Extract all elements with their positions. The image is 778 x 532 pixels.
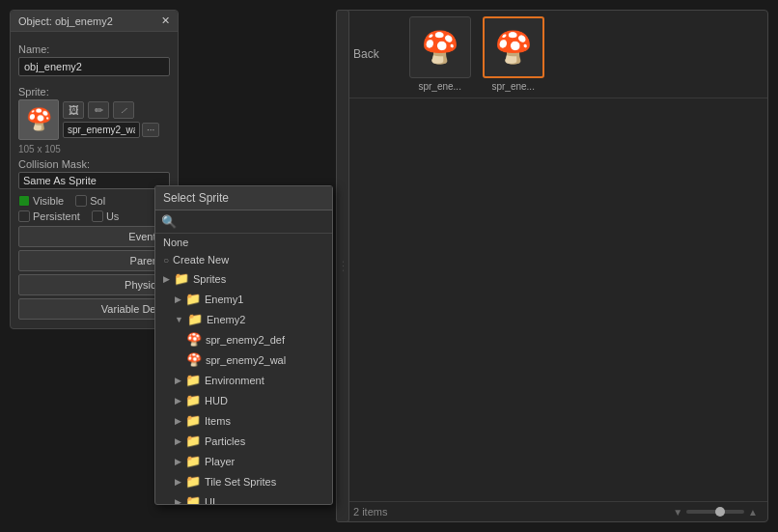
tree-folder-hud[interactable]: ▶ 📁 HUD <box>155 390 332 410</box>
sprites-label: Sprites <box>193 273 226 285</box>
tree-folder-player[interactable]: ▶ 📁 Player <box>155 451 332 471</box>
environment-label: Environment <box>205 375 264 386</box>
create-new-icon: ○ <box>163 255 169 266</box>
panel-divider[interactable]: · · · <box>336 10 349 522</box>
panel-title: Object: obj_enemy2 <box>18 15 113 27</box>
arrow-icon: ▶ <box>175 477 181 487</box>
spr-enemy2-def-label: spr_enemy2_def <box>206 334 285 346</box>
back-button[interactable]: Back <box>353 47 379 61</box>
sprite-icon: 🍄 <box>186 352 202 367</box>
search-bar: 🔍 <box>155 210 332 234</box>
tree-item-none[interactable]: None <box>155 234 332 251</box>
collision-dropdown[interactable]: Same As Sprite <box>18 172 170 189</box>
used-checkbox-item: Us <box>92 210 119 222</box>
name-input[interactable] <box>18 57 170 76</box>
tree-folder-environment[interactable]: ▶ 📁 Environment <box>155 370 332 390</box>
player-label: Player <box>205 456 235 467</box>
browser-sprite-2[interactable]: 🍄 spr_ene... <box>480 16 547 92</box>
item-count: 2 items <box>353 506 387 518</box>
zoom-thumb <box>715 507 725 517</box>
enemy1-label: Enemy1 <box>205 294 243 305</box>
folder-icon: 📁 <box>185 454 201 468</box>
solid-checkbox-item: Sol <box>75 195 105 207</box>
arrow-icon: ▶ <box>175 436 181 446</box>
visible-label: Visible <box>33 195 64 207</box>
sprite-label: Sprite: <box>18 86 170 98</box>
folder-icon: 📁 <box>185 474 201 489</box>
browser-sprite-1[interactable]: 🍄 spr_ene... <box>406 16 474 92</box>
none-label: None <box>163 237 188 248</box>
folder-icon: 📁 <box>187 312 203 326</box>
folder-icon: 📁 <box>185 292 201 306</box>
used-label: Us <box>106 210 119 222</box>
browser-content <box>344 98 767 501</box>
zoom-up-icon[interactable]: ▲ <box>748 507 758 518</box>
tree-folder-enemy1[interactable]: ▶ 📁 Enemy1 <box>155 289 332 309</box>
arrow-icon: ▶ <box>175 294 181 304</box>
solid-label: Sol <box>90 195 105 207</box>
sprite-tree: None ○ Create New ▶ 📁 Sprites ▶ 📁 Enemy1… <box>155 234 332 504</box>
tree-item-spr-enemy2-def[interactable]: 🍄 spr_enemy2_def <box>155 329 332 350</box>
sprite-icons: 🖼 ✏ ⟋ <box>63 101 159 119</box>
persistent-label: Persistent <box>33 210 80 222</box>
panel-body: Name: Sprite: 🍄 🖼 ✏ ⟋ ··· 105 x 105 Coll… <box>11 32 178 328</box>
sprite-edit-button[interactable]: ✏ <box>88 101 109 119</box>
arrow-icon: ▶ <box>163 274 170 284</box>
sprite-name-input[interactable] <box>63 122 140 138</box>
close-button[interactable]: ✕ <box>161 14 170 27</box>
tree-item-create-new[interactable]: ○ Create New <box>155 251 332 268</box>
folder-icon: 📁 <box>185 413 201 428</box>
tree-folder-ui[interactable]: ▶ 📁 UI <box>155 491 332 504</box>
visible-row: Visible Sol <box>18 195 170 207</box>
arrow-icon: ▶ <box>175 416 181 426</box>
divider-handle: · · · <box>339 261 347 271</box>
events-button[interactable]: Events <box>18 226 170 247</box>
tree-folder-items[interactable]: ▶ 📁 Items <box>155 410 332 431</box>
persistent-row: Persistent Us <box>18 210 170 222</box>
solid-checkbox[interactable] <box>75 195 87 207</box>
tileset-label: Tile Set Sprites <box>205 476 276 488</box>
sprite-thumbnail: 🍄 <box>18 99 59 140</box>
folder-icon: 📁 <box>185 494 201 504</box>
persistent-checkbox-item: Persistent <box>18 210 80 222</box>
visible-checkbox-item: Visible <box>18 195 64 207</box>
variable-def-button[interactable]: Variable Defi <box>18 298 170 320</box>
zoom-controls: ▼ ▲ <box>673 507 758 518</box>
sprite-pencil-button[interactable]: ⟋ <box>113 101 134 119</box>
items-label: Items <box>205 415 231 427</box>
sprite-controls: 🖼 ✏ ⟋ ··· <box>63 101 159 138</box>
object-panel: Object: obj_enemy2 ✕ Name: Sprite: 🍄 🖼 ✏… <box>10 10 179 329</box>
spr-enemy2-wal-label: spr_enemy2_wal <box>206 354 286 366</box>
sprite-browser: Back 🍄 spr_ene... 🍄 spr_ene... 2 items ▼… <box>343 10 768 522</box>
physics-button[interactable]: Physics <box>18 274 170 295</box>
sprite-icon: 🍄 <box>186 332 202 347</box>
sprite-dots-button[interactable]: ··· <box>142 123 159 137</box>
used-checkbox[interactable] <box>92 210 103 222</box>
create-new-label: Create New <box>173 254 229 266</box>
folder-icon: 📁 <box>185 373 201 387</box>
persistent-checkbox[interactable] <box>18 210 30 222</box>
search-input[interactable] <box>181 215 326 229</box>
zoom-slider[interactable] <box>686 510 744 514</box>
tree-folder-particles[interactable]: ▶ 📁 Particles <box>155 431 332 451</box>
ui-label: UI <box>205 496 215 505</box>
search-icon: 🔍 <box>161 214 177 229</box>
browser-footer: 2 items ▼ ▲ <box>344 501 767 521</box>
enemy2-label: Enemy2 <box>207 314 245 325</box>
visible-checkbox[interactable] <box>18 195 30 207</box>
tree-item-spr-enemy2-wal[interactable]: 🍄 spr_enemy2_wal <box>155 350 332 370</box>
particles-label: Particles <box>205 435 245 447</box>
sprite-row: 🍄 🖼 ✏ ⟋ ··· <box>18 99 170 140</box>
sprite-image-box-1: 🍄 <box>409 16 471 78</box>
parent-button[interactable]: Parent <box>18 250 170 271</box>
folder-icon: 📁 <box>185 393 201 407</box>
arrow-icon: ▶ <box>175 457 181 466</box>
tree-folder-tileset[interactable]: ▶ 📁 Tile Set Sprites <box>155 471 332 491</box>
sprite-image-box-2: 🍄 <box>483 16 544 78</box>
panel-titlebar: Object: obj_enemy2 ✕ <box>11 11 178 32</box>
tree-folder-sprites[interactable]: ▶ 📁 Sprites <box>155 268 332 289</box>
select-sprite-title: Select Sprite <box>155 186 332 210</box>
sprite-browse-button[interactable]: 🖼 <box>63 101 84 119</box>
tree-folder-enemy2[interactable]: ▼ 📁 Enemy2 <box>155 309 332 329</box>
zoom-down-icon[interactable]: ▼ <box>673 507 682 518</box>
